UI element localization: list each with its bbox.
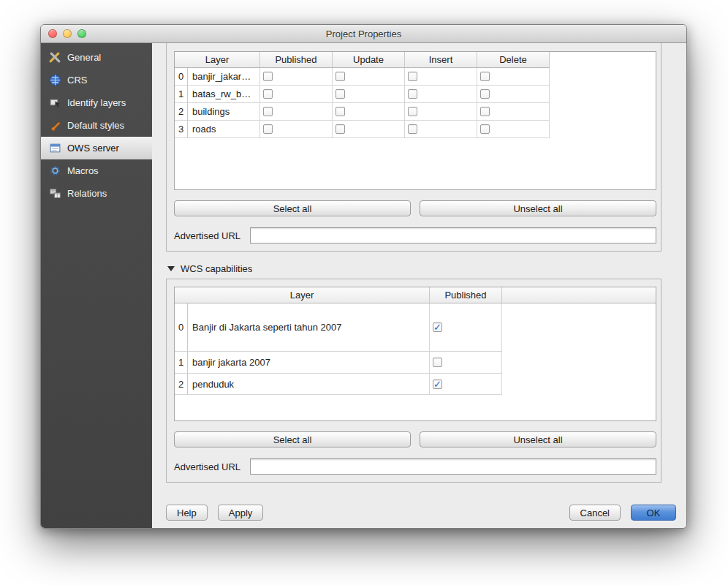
- collapse-triangle-icon[interactable]: [167, 266, 175, 271]
- row-number: 0: [175, 303, 188, 352]
- ows-server-page: Layer Published Update Insert Delete 0 b…: [152, 43, 686, 528]
- screen: Project Properties General CRS: [0, 0, 728, 585]
- published-checkbox[interactable]: [433, 380, 442, 389]
- wcs-header-published: Published: [430, 287, 502, 303]
- published-checkbox[interactable]: [263, 107, 273, 116]
- sidebar-item-general[interactable]: General: [41, 46, 152, 69]
- table-row[interactable]: 2 buildings: [175, 103, 656, 121]
- cancel-button[interactable]: Cancel: [569, 505, 621, 521]
- identify-layers-icon: [48, 97, 61, 110]
- sidebar: General CRS Identify layers: [41, 43, 152, 528]
- ok-button[interactable]: OK: [631, 505, 676, 521]
- insert-checkbox[interactable]: [408, 107, 417, 116]
- update-checkbox[interactable]: [335, 107, 345, 116]
- row-number: 2: [175, 103, 188, 121]
- wfs-header-delete: Delete: [477, 52, 550, 68]
- delete-checkbox[interactable]: [480, 124, 490, 134]
- table-row[interactable]: 0 Banjir di Jakarta seperti tahun 2007: [175, 303, 656, 352]
- header-filler: [502, 287, 656, 303]
- wfs-header-insert: Insert: [405, 52, 477, 68]
- wcs-header-layer: Layer: [175, 287, 430, 303]
- wcs-unselect-all-button[interactable]: Unselect all: [420, 431, 656, 448]
- sidebar-item-default-styles[interactable]: Default styles: [41, 114, 152, 137]
- row-number: 2: [175, 374, 188, 395]
- update-checkbox[interactable]: [335, 72, 345, 81]
- row-number: 0: [175, 68, 188, 86]
- sidebar-item-label: CRS: [67, 75, 87, 86]
- sidebar-item-label: Default styles: [67, 120, 124, 131]
- wfs-table-header: Layer Published Update Insert Delete: [175, 52, 656, 68]
- published-checkbox[interactable]: [263, 124, 273, 134]
- sidebar-item-crs[interactable]: CRS: [41, 69, 152, 91]
- sidebar-item-identify-layers[interactable]: Identify layers: [41, 91, 152, 114]
- table-row[interactable]: 2 penduduk: [175, 374, 656, 395]
- wfs-layers-table: Layer Published Update Insert Delete 0 b…: [174, 51, 656, 190]
- layer-name-cell: batas_rw_b…: [188, 86, 260, 103]
- delete-checkbox[interactable]: [480, 89, 490, 99]
- row-number: 1: [175, 352, 188, 374]
- table-empty-area: [175, 138, 656, 189]
- row-number: 1: [175, 86, 188, 103]
- titlebar: Project Properties: [41, 25, 686, 43]
- wfs-header-layer: Layer: [175, 52, 260, 68]
- layer-name-cell: penduduk: [188, 374, 430, 395]
- insert-checkbox[interactable]: [408, 124, 417, 134]
- server-icon: [48, 142, 61, 155]
- layer-name-cell: buildings: [188, 103, 260, 121]
- wfs-capabilities-group: Layer Published Update Insert Delete 0 b…: [166, 43, 661, 252]
- table-empty-area: [175, 395, 656, 420]
- project-properties-window: Project Properties General CRS: [40, 24, 687, 529]
- update-checkbox[interactable]: [335, 124, 345, 134]
- wcs-advertised-url-input[interactable]: [250, 458, 656, 475]
- layer-name-cell: Banjir di Jakarta seperti tahun 2007: [188, 303, 430, 352]
- apply-button[interactable]: Apply: [218, 505, 264, 521]
- wfs-unselect-all-button[interactable]: Unselect all: [420, 200, 656, 216]
- published-checkbox[interactable]: [263, 89, 273, 99]
- zoom-window-button[interactable]: [77, 29, 86, 38]
- dialog-footer: Help Apply Cancel OK: [166, 493, 676, 521]
- sidebar-item-label: Identify layers: [67, 97, 126, 108]
- published-checkbox[interactable]: [433, 322, 442, 332]
- published-checkbox[interactable]: [433, 358, 442, 367]
- table-row[interactable]: 0 banjir_jakar…: [175, 68, 656, 86]
- insert-checkbox[interactable]: [408, 89, 417, 99]
- globe-icon: [48, 74, 61, 87]
- sidebar-item-label: OWS server: [67, 143, 119, 154]
- paintbrush-icon: [48, 119, 61, 132]
- sidebar-item-ows-server[interactable]: OWS server: [41, 137, 152, 159]
- row-number: 3: [175, 121, 188, 138]
- wcs-capabilities-group: Layer Published 0 Banjir di Jakarta sepe…: [166, 279, 661, 483]
- minimize-window-button[interactable]: [63, 29, 72, 38]
- table-row[interactable]: 3 roads: [175, 121, 656, 138]
- table-row[interactable]: 1 banjir jakarta 2007: [175, 352, 656, 374]
- wfs-advertised-url-label: Advertised URL: [174, 230, 250, 241]
- delete-checkbox[interactable]: [480, 72, 490, 81]
- gear-icon: [48, 165, 61, 178]
- wfs-advertised-url-input[interactable]: [250, 227, 656, 244]
- wcs-section-header: WCS capabilities: [167, 263, 676, 274]
- insert-checkbox[interactable]: [408, 72, 417, 81]
- published-checkbox[interactable]: [263, 72, 273, 81]
- tools-icon: [48, 51, 61, 64]
- relations-icon: [48, 187, 61, 200]
- wfs-header-update: Update: [333, 52, 405, 68]
- sidebar-item-label: General: [67, 52, 101, 63]
- layer-name-cell: banjir jakarta 2007: [188, 352, 430, 374]
- layer-name-cell: banjir_jakar…: [188, 68, 260, 86]
- wcs-section-title: WCS capabilities: [181, 263, 252, 274]
- close-window-button[interactable]: [48, 29, 57, 38]
- update-checkbox[interactable]: [335, 89, 345, 99]
- sidebar-item-label: Macros: [67, 165, 99, 176]
- delete-checkbox[interactable]: [480, 107, 490, 116]
- wcs-select-all-button[interactable]: Select all: [174, 431, 411, 448]
- sidebar-item-macros[interactable]: Macros: [41, 159, 152, 182]
- sidebar-item-relations[interactable]: Relations: [41, 182, 152, 205]
- layer-name-cell: roads: [188, 121, 260, 138]
- wfs-select-all-button[interactable]: Select all: [174, 200, 411, 216]
- wfs-header-published: Published: [260, 52, 333, 68]
- window-title: Project Properties: [326, 29, 401, 39]
- wcs-layers-table: Layer Published 0 Banjir di Jakarta sepe…: [174, 287, 656, 421]
- table-row[interactable]: 1 batas_rw_b…: [175, 86, 656, 103]
- wcs-advertised-url-label: Advertised URL: [174, 461, 250, 472]
- help-button[interactable]: Help: [166, 505, 208, 521]
